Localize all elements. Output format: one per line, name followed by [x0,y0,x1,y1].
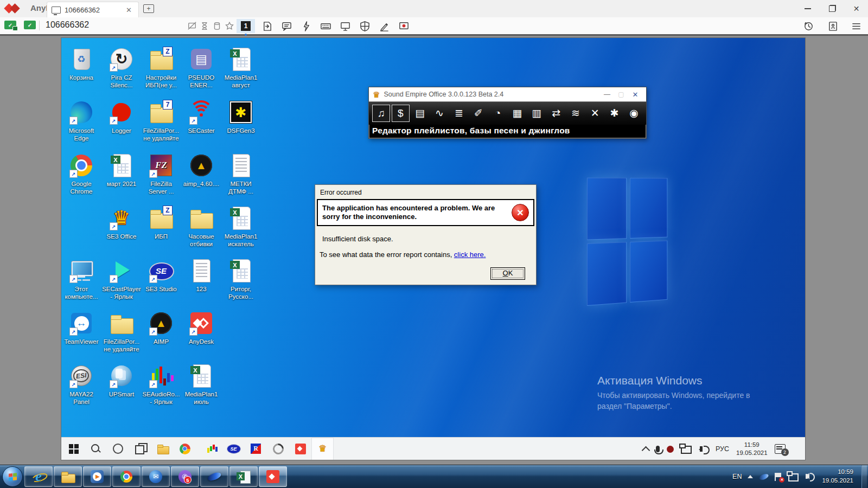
clipboard-icon[interactable] [212,21,222,31]
notification-center-icon[interactable]: 2 [775,444,786,454]
desktop-icon-folder[interactable]: FileZillaPor...не удаляйте [102,310,141,353]
remote-taskbar-start[interactable] [62,438,85,460]
host-taskbar-chrome[interactable] [112,466,141,487]
window-close-button[interactable] [844,0,868,17]
se-maximize-button[interactable]: ▢ [614,91,628,98]
remote-taskbar-cortana[interactable] [107,438,129,460]
desktop-icon-pseudo[interactable]: ▤PSEUDOENER... [182,46,221,89]
remote-taskbar-taskview[interactable] [129,438,151,460]
remote-taskbar-chrome[interactable] [174,438,196,460]
monitor-select-button[interactable]: 1 [237,19,255,33]
se-tool-document[interactable]: ▤ [411,105,429,122]
window-minimize-button[interactable] [795,0,820,17]
host-tray-app-icon[interactable] [758,472,769,480]
desktop-icon-folder-7[interactable]: 7FileZillaPor...не удаляйте [142,99,181,142]
host-taskbar-excel[interactable]: X [229,466,258,487]
desktop-icon-excel[interactable]: XMediaPlan1искатель [221,205,260,248]
menu-icon[interactable] [850,20,863,32]
se-close-button[interactable]: ✕ [628,91,642,99]
window-restore-button[interactable] [820,0,844,17]
se-tool-waveform[interactable]: ∿ [431,105,449,122]
se-tool-grid[interactable]: ▦ [508,105,526,122]
record-session-icon[interactable] [397,20,410,32]
desktop-icon-excel[interactable]: XMediaPlan1июль [182,363,221,406]
desktop-icon-aimp[interactable]: ▲↗AIMP [142,310,181,345]
remote-address[interactable]: 106666362 [46,20,89,30]
desktop-icon-esi[interactable]: ESI↗MAYA22Panel [62,363,101,406]
desktop-icon-se[interactable]: SE↗SE3 Studio [142,258,181,293]
permissions-shield-icon[interactable] [358,20,371,32]
tab-close-icon[interactable]: ✕ [124,5,134,15]
session-tab[interactable]: 106666362 ✕ [47,2,139,17]
history-icon[interactable] [802,20,815,32]
desktop-icon-folder-z[interactable]: ZИБП [142,205,181,240]
remote-language-indicator[interactable]: РУС [716,445,729,453]
host-language-indicator[interactable]: EN [732,473,742,480]
sound-empire-titlebar[interactable]: ♛ Sound Empire Office 3.0.0.123 Beta 2.4… [369,87,646,101]
host-start-button[interactable] [1,465,24,488]
se-tool-billing[interactable]: $ [392,105,410,122]
desktop-icon-recycle[interactable]: ♻Корзина [62,46,101,81]
se-tool-scheduler[interactable]: ◔ [489,105,507,122]
host-taskbar-ie[interactable]: e [24,466,53,487]
desktop-icon-bars[interactable]: ↗SEAudioRo...- Ярлык [142,363,181,406]
desktop-icon-fz[interactable]: FZ↗FileZillaServer ... [142,152,181,195]
desktop-icon-pc[interactable]: ↗Этоткомпьюте... [62,258,101,300]
host-clock[interactable]: 10:59 19.05.2021 [822,468,853,485]
sound-empire-window[interactable]: ♛ Sound Empire Office 3.0.0.123 Beta 2.4… [368,87,647,139]
se-minimize-button[interactable]: — [600,91,614,98]
remote-clock[interactable]: 11:59 19.05.2021 [736,441,768,457]
remote-taskbar-se[interactable]: SE [222,438,245,460]
action-center-flag-icon[interactable]: ✕ [775,473,782,481]
remote-desktop[interactable]: ♻Корзина↻↗Pira CZSilenc...ZНастройкиИБП(… [61,38,805,460]
display-settings-icon[interactable] [339,20,352,32]
whiteboard-pen-icon[interactable] [378,20,391,32]
desktop-icon-crown[interactable]: ♛↗SE3 Office [102,205,141,240]
desktop-icon-tv[interactable]: ↔↗TeamViewer [62,310,101,345]
se-tool-database[interactable]: ≋ [566,105,584,122]
desktop-icon-blob[interactable]: ↗Logger [102,99,141,134]
screenshot-off-icon[interactable] [187,21,197,31]
error-dialog[interactable]: Error occurred The application has encou… [315,184,537,285]
desktop-icon-edge[interactable]: ↗MicrosoftEdge [62,99,101,142]
desktop-icon-aimp[interactable]: ▲aimp_4.60.... [182,152,221,188]
desktop-icon-ups[interactable]: ↗UPSmart [102,363,141,398]
remote-taskbar-anydesk[interactable] [289,438,311,460]
host-tray-expand-icon[interactable] [748,475,753,478]
favorites-star-icon[interactable] [225,21,234,31]
keyboard-icon[interactable] [319,20,332,32]
ok-button[interactable]: OK [490,267,525,280]
desktop-icon-chrome[interactable]: ↗GoogleChrome [62,152,101,195]
se-tool-playlist[interactable]: ≣ [450,105,468,122]
desktop-icon-folder-z[interactable]: ZНастройкиИБП(не у... [142,46,181,89]
se-tool-songbase[interactable]: ▥ [528,105,546,122]
hourglass-icon[interactable] [200,21,209,31]
chat-icon[interactable] [280,20,293,32]
desktop-icon-wifi[interactable]: ↗SECaster [182,99,221,134]
actions-lightning-icon[interactable] [299,20,312,32]
file-transfer-icon[interactable] [260,20,273,32]
se-tool-tools[interactable]: ✕ [586,105,604,122]
se-tool-view[interactable]: ◉ [625,105,643,122]
show-desktop-button[interactable] [861,465,867,488]
remote-taskbar-rlogo[interactable]: R [245,438,267,460]
remote-taskbar-crown[interactable]: ♛ [311,438,334,460]
host-taskbar-explorer[interactable] [54,466,82,487]
se-tool-brush[interactable]: ✐ [469,105,487,122]
remote-taskbar-search[interactable] [85,438,107,460]
remote-taskbar-swirl[interactable] [267,438,289,460]
click-here-link[interactable]: click here. [454,251,486,259]
host-taskbar-swoosh[interactable] [200,466,228,487]
network-icon[interactable] [681,446,692,454]
desktop-icon-play[interactable]: ↗SECastPlayer- Ярлык [102,258,141,300]
remote-taskbar-bars[interactable] [200,438,222,460]
desktop-icon-excel[interactable]: XРиторг,Русско... [221,258,260,300]
volume-icon[interactable] [699,445,709,453]
desktop-icon-excel[interactable]: XMediaPlan1август [221,46,260,89]
host-taskbar-wmp[interactable]: ▶ [83,466,111,487]
se-tool-exchange[interactable]: ⇄ [547,105,565,122]
recording-indicator-icon[interactable] [667,446,674,453]
host-taskbar-anydesk[interactable] [259,466,287,487]
desktop-icon-dsf[interactable]: ✱DSFGen3 [221,99,260,134]
se-tool-settings[interactable]: ✱ [605,105,623,122]
